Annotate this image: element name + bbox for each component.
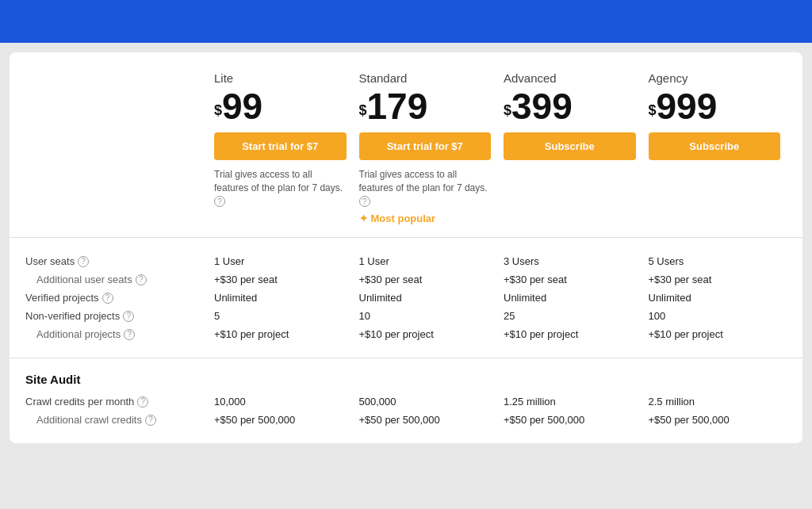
plan-cta-button[interactable]: Start trial for $7: [214, 132, 347, 160]
feature-value: Unlimited: [353, 292, 498, 304]
feature-value: +$30 per seat: [497, 274, 642, 285]
feature-label: Verified projects ?: [25, 292, 208, 304]
feature-value: +$30 per seat: [642, 274, 787, 285]
question-icon[interactable]: ?: [137, 396, 148, 408]
feature-value: +$10 per project: [497, 328, 642, 340]
feature-value: 5: [208, 310, 353, 322]
feature-row: Verified projects ? UnlimitedUnlimitedUn…: [25, 289, 787, 307]
plan-col-standard: Standard $179 Start trial for $7 Trial g…: [353, 71, 498, 224]
feature-value: 5 Users: [642, 255, 787, 267]
plan-cta-button[interactable]: Subscribe: [649, 132, 781, 160]
feature-value: 1 User: [208, 255, 353, 267]
site-audit-row: Crawl credits per month ? 10,000500,0001…: [25, 392, 787, 411]
feature-value: 2.5 million: [642, 396, 787, 408]
feature-value: 100: [642, 310, 787, 322]
feature-row: Non-verified projects ? 51025100: [25, 307, 787, 325]
plan-name: Lite: [214, 71, 347, 85]
feature-value: 25: [497, 310, 642, 322]
feature-value: Unlimited: [208, 292, 353, 304]
site-audit-title-row: Site Audit: [25, 373, 787, 386]
question-icon[interactable]: ?: [78, 256, 89, 267]
feature-value: Unlimited: [497, 292, 642, 304]
features-section: User seats ? 1 User1 User3 Users5 Users …: [10, 238, 802, 358]
plan-name: Agency: [649, 71, 781, 85]
main-card: Lite $99 Start trial for $7 Trial gives …: [10, 52, 802, 443]
feature-value: Unlimited: [642, 292, 787, 304]
plan-col-advanced: Advanced $399 Subscribe: [497, 71, 642, 168]
question-icon[interactable]: ?: [124, 329, 135, 340]
header-bar: [0, 0, 812, 43]
feature-label: Additional crawl credits ?: [25, 414, 208, 426]
plan-cta-button[interactable]: Start trial for $7: [359, 132, 492, 160]
feature-value: 1.25 million: [497, 396, 642, 408]
feature-value: +$50 per 500,000: [642, 414, 787, 426]
question-icon[interactable]: ?: [102, 293, 113, 304]
feature-value: +$10 per project: [642, 328, 787, 340]
feature-value: +$30 per seat: [353, 274, 498, 285]
plan-price: $999: [649, 88, 781, 124]
feature-label: Crawl credits per month ?: [25, 396, 208, 408]
plan-cta-button[interactable]: Subscribe: [504, 132, 636, 160]
plan-name: Advanced: [504, 71, 636, 85]
site-audit-title: Site Audit: [25, 373, 208, 386]
feature-label: Non-verified projects ?: [25, 310, 208, 322]
feature-value: 10: [353, 310, 498, 322]
question-icon[interactable]: ?: [123, 311, 134, 322]
feature-value: +$50 per 500,000: [208, 414, 353, 426]
feature-label: User seats ?: [25, 255, 208, 267]
feature-value: +$30 per seat: [208, 274, 353, 285]
feature-value: +$10 per project: [353, 328, 498, 340]
feature-value: 10,000: [208, 396, 353, 408]
plan-price: $179: [359, 88, 492, 124]
feature-value: 1 User: [353, 255, 498, 267]
site-audit-section: Site Audit Crawl credits per month ? 10,…: [10, 358, 802, 443]
feature-value: +$10 per project: [208, 328, 353, 340]
price-label-col: [25, 71, 208, 78]
plan-price: $99: [214, 88, 347, 124]
question-icon[interactable]: ?: [145, 415, 156, 426]
trial-note: Trial gives access to all features of th…: [359, 168, 492, 208]
feature-label: Additional projects ?: [25, 328, 208, 340]
feature-row: Additional user seats ? +$30 per seat+$3…: [25, 270, 787, 289]
plan-name: Standard: [359, 71, 492, 85]
feature-value: 500,000: [353, 396, 498, 408]
feature-label: Additional user seats ?: [25, 274, 208, 285]
plan-price: $399: [504, 88, 636, 124]
feature-value: +$50 per 500,000: [497, 414, 642, 426]
most-popular-badge: ✦ Most popular: [359, 212, 492, 224]
plan-col-lite: Lite $99 Start trial for $7 Trial gives …: [208, 71, 353, 208]
feature-row: User seats ? 1 User1 User3 Users5 Users: [25, 252, 787, 270]
feature-row: Additional projects ? +$10 per project+$…: [25, 325, 787, 343]
site-audit-row: Additional crawl credits ? +$50 per 500,…: [25, 411, 787, 429]
question-icon[interactable]: ?: [136, 274, 147, 285]
feature-value: +$50 per 500,000: [353, 414, 498, 426]
trial-note: Trial gives access to all features of th…: [214, 168, 347, 208]
feature-value: 3 Users: [497, 255, 642, 267]
pricing-header: Lite $99 Start trial for $7 Trial gives …: [10, 52, 802, 238]
plan-col-agency: Agency $999 Subscribe: [642, 71, 787, 168]
